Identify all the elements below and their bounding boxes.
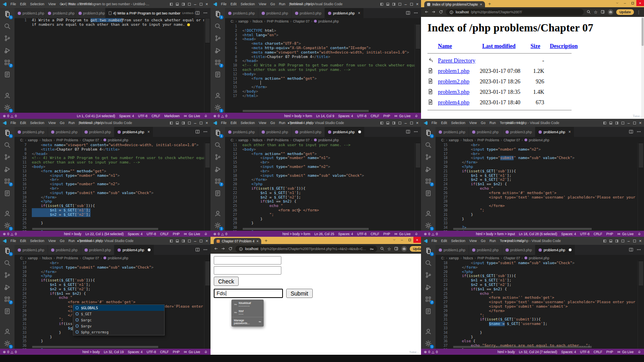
- status-item-spaces-4[interactable]: Spaces: 4: [338, 114, 353, 118]
- menu-item-view[interactable]: View: [257, 120, 268, 126]
- split-editor-icon[interactable]: [406, 10, 411, 17]
- breadcrumb[interactable]: C:›xampp›htdocs›PHP Problems›Chapter 07›…: [436, 255, 644, 261]
- horizontal-scrollbar[interactable]: [453, 228, 592, 230]
- status-item-ln-22-col-1-54-selec[interactable]: Ln 22, Col 1 (54 selected): [85, 232, 124, 236]
- breadcrumb[interactable]: C:›xampp›htdocs›PHP Problems›Chapter 07›…: [436, 137, 644, 143]
- file-link[interactable]: problem2.php: [438, 79, 469, 85]
- horizontal-scrollbar[interactable]: [243, 228, 369, 230]
- menu-item-edit[interactable]: Edit: [439, 120, 449, 126]
- update-button[interactable]: Update: [616, 9, 634, 15]
- status-item-spaces-4[interactable]: Spaces: 4: [119, 114, 134, 118]
- activity-extensions-icon[interactable]: 2: [4, 178, 11, 185]
- minimize-button[interactable]: –: [398, 237, 406, 243]
- file-link[interactable]: problem4.php: [438, 99, 469, 105]
- code-editor[interactable]: 15 <br>16 <input type="number" name="n2"…: [436, 143, 644, 231]
- new-tab-button[interactable]: +: [264, 238, 267, 243]
- status-item-html-body[interactable]: html > body: [64, 232, 81, 236]
- menu-item-go[interactable]: Go: [479, 238, 487, 244]
- activity-account-icon[interactable]: [4, 328, 11, 335]
- code-editor[interactable]: 18 <input type="submit" name="sub" value…: [436, 261, 644, 349]
- split-editor-icon[interactable]: [406, 128, 411, 136]
- close-button[interactable]: ×: [639, 238, 642, 243]
- status-item-crlf[interactable]: CRLF: [594, 350, 603, 354]
- close-button[interactable]: ×: [206, 238, 208, 243]
- status-item-php[interactable]: PHP: [606, 232, 613, 236]
- layout-customize-icon[interactable]: [188, 3, 191, 6]
- menu-item-view[interactable]: View: [46, 1, 58, 7]
- layout-sidebar-icon[interactable]: [603, 240, 606, 242]
- split-editor-icon[interactable]: [195, 246, 200, 254]
- menu-item-go[interactable]: Go: [58, 120, 66, 126]
- number-input-2[interactable]: [214, 266, 281, 275]
- problems-indicator[interactable]: ⊗0△0: [213, 114, 227, 118]
- status-item-spaces-4[interactable]: Spaces: 4: [561, 350, 576, 354]
- tab-problem2.php[interactable]: problem2.php: [258, 8, 292, 18]
- horizontal-scrollbar[interactable]: [32, 346, 158, 348]
- name-input[interactable]: Fds: [214, 289, 283, 298]
- activity-extensions-icon[interactable]: 2: [4, 59, 11, 66]
- status-item-utf-8[interactable]: UTF-8: [357, 232, 367, 236]
- site-info-icon[interactable]: [449, 10, 454, 14]
- menu-item-go[interactable]: Go: [58, 238, 66, 244]
- bell-icon[interactable]: [204, 350, 208, 354]
- minimap[interactable]: [638, 143, 644, 231]
- layout-sidebar-icon[interactable]: [380, 3, 383, 6]
- status-item-markdown[interactable]: Markdown: [164, 114, 180, 118]
- more-actions-icon[interactable]: [413, 128, 418, 136]
- breadcrumb-segment[interactable]: problem4.php: [108, 138, 128, 142]
- menu-item-view[interactable]: View: [257, 1, 268, 7]
- tab-close-icon[interactable]: ×: [568, 130, 571, 134]
- menu-item-file[interactable]: File: [429, 238, 439, 244]
- menu-item-run[interactable]: Run: [277, 120, 287, 126]
- breadcrumb-segment[interactable]: xampp: [449, 138, 459, 142]
- activity-notebook-icon[interactable]: [214, 190, 221, 197]
- layout-panel-icon[interactable]: [176, 122, 179, 124]
- status-item-html-body-form[interactable]: html > body > form: [283, 232, 310, 236]
- layout-secondary-icon[interactable]: [392, 3, 395, 6]
- layout-secondary-icon[interactable]: [392, 122, 395, 124]
- activity-account-icon[interactable]: [425, 210, 432, 217]
- suggestion-item[interactable]: $php_errormsg: [73, 329, 164, 335]
- activity-extensions-icon[interactable]: 2: [425, 178, 432, 185]
- problems-indicator[interactable]: ⊗0△0: [3, 350, 17, 354]
- code-editor[interactable]: 14) Write a PHP Program to get two numbe…: [14, 18, 211, 113]
- activity-run-debug-icon[interactable]: [4, 47, 11, 54]
- menu-item-go[interactable]: Go: [479, 120, 487, 126]
- activity-settings-icon[interactable]: 1: [4, 104, 11, 111]
- column-header-size[interactable]: Size: [530, 43, 540, 49]
- activity-source-control-icon[interactable]: [4, 271, 11, 279]
- activity-explorer-icon[interactable]: 1: [4, 247, 11, 254]
- bell-icon[interactable]: [415, 232, 418, 236]
- tab-problem3.php[interactable]: problem3.php: [81, 245, 115, 255]
- breadcrumb-segment[interactable]: xampp: [28, 256, 38, 260]
- status-item-ln-1-col-41-14-selec[interactable]: Ln 1, Col 41 (14 selected): [77, 114, 115, 118]
- bookmark-star-icon[interactable]: ☆: [594, 10, 598, 14]
- minimize-button[interactable]: –: [405, 122, 407, 124]
- tab-untitled[interactable]: 4) Write a PHP Program to get two number…: [105, 8, 195, 18]
- activity-account-icon[interactable]: [4, 210, 11, 217]
- tab-problem2.php[interactable]: problem2.php: [469, 127, 502, 137]
- forward-button[interactable]: [431, 8, 436, 16]
- tab-problem3.php[interactable]: problem3.php: [292, 8, 325, 18]
- more-actions-icon[interactable]: [203, 128, 208, 136]
- activity-notebook-icon[interactable]: [4, 308, 11, 315]
- menu-item-file[interactable]: File: [8, 120, 18, 126]
- code-editor[interactable]: 7 <meta name="viewport" content="width=d…: [14, 143, 211, 231]
- file-link[interactable]: Parent Directory: [438, 58, 475, 64]
- activity-explorer-icon[interactable]: 1: [4, 10, 11, 18]
- tab-problem2.php[interactable]: problem2.php: [45, 8, 75, 18]
- problems-indicator[interactable]: ⊗0△0: [213, 232, 227, 236]
- bell-icon[interactable]: [204, 114, 208, 118]
- horizontal-scrollbar[interactable]: [453, 346, 592, 348]
- status-item-html-body[interactable]: html > body: [497, 350, 515, 354]
- maximize-button[interactable]: [410, 3, 413, 6]
- layout-customize-icon[interactable]: [188, 122, 191, 124]
- menu-item-edit[interactable]: Edit: [229, 120, 239, 126]
- activity-source-control-icon[interactable]: [4, 35, 11, 42]
- menu-item-edit[interactable]: Edit: [229, 1, 239, 7]
- menu-item-view[interactable]: View: [46, 120, 58, 126]
- maximize-button[interactable]: [200, 122, 202, 124]
- horizontal-scrollbar[interactable]: [243, 110, 369, 112]
- minimize-button[interactable]: –: [621, 0, 629, 6]
- menu-item-view[interactable]: View: [467, 120, 479, 126]
